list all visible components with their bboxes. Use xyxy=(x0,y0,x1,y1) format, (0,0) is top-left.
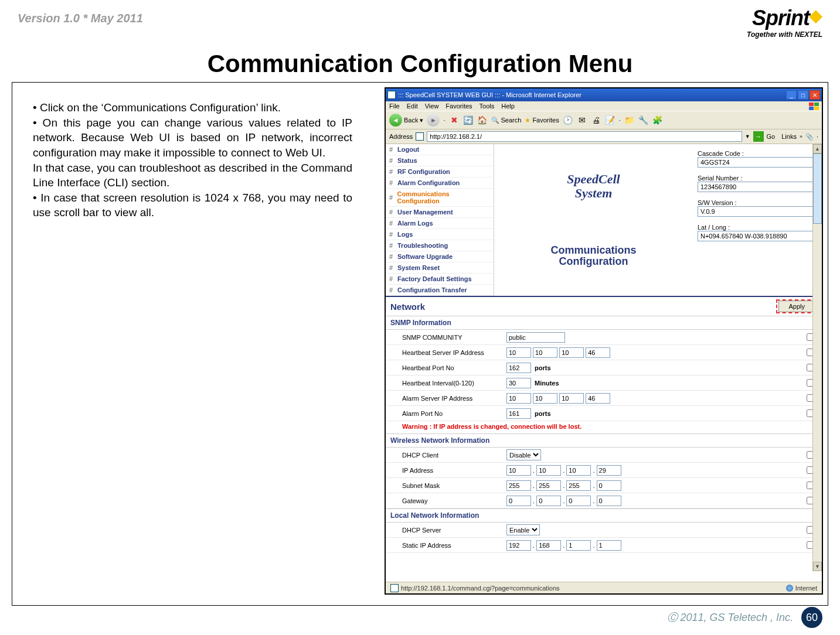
refresh-icon[interactable]: 🔄 xyxy=(463,115,474,125)
page-number: 60 xyxy=(801,607,822,628)
back-button[interactable]: ◄Back ▾ xyxy=(389,114,423,127)
hash-icon: # xyxy=(389,242,397,249)
sidebar-item-label: Configuration Transfer xyxy=(397,286,467,293)
hash-icon: # xyxy=(389,253,397,260)
latlon-input[interactable] xyxy=(698,231,817,241)
subnet-3[interactable] xyxy=(597,480,621,491)
ip-0[interactable] xyxy=(506,465,531,476)
hb-port-label: Heartbeat Port No xyxy=(386,360,503,375)
ie-statusbar: http://192.168.1.1/command.cgi?page=comm… xyxy=(386,582,822,593)
stop-icon[interactable]: ✖ xyxy=(449,115,460,125)
history-icon[interactable]: 🕑 xyxy=(563,115,573,125)
vertical-scrollbar[interactable]: ▲ ▼ xyxy=(812,144,822,571)
search-button[interactable]: 🔍Search xyxy=(491,117,522,124)
scroll-down-button[interactable]: ▼ xyxy=(813,562,822,571)
ie-icon xyxy=(387,91,396,99)
menu-help[interactable]: Help xyxy=(501,103,515,110)
wireless-head: Wireless Network Information xyxy=(386,433,822,448)
alarm-port-label: Alarm Port No xyxy=(386,406,503,421)
sidebar-item-6[interactable]: #Alarm Logs xyxy=(386,218,494,229)
svg-rect-3 xyxy=(814,107,819,110)
mail-icon[interactable]: ✉ xyxy=(577,115,587,125)
sidebar-item-label: RF Configuration xyxy=(397,168,450,175)
sidebar-item-1[interactable]: #Status xyxy=(386,155,494,166)
links-label[interactable]: Links xyxy=(781,133,797,140)
static-ip-1[interactable] xyxy=(536,540,561,551)
menu-favorites[interactable]: Favorites xyxy=(445,103,472,110)
menu-tools[interactable]: Tools xyxy=(479,103,495,110)
max-button[interactable]: □ xyxy=(798,90,808,100)
sidebar-item-3[interactable]: #Alarm Configuration xyxy=(386,177,494,189)
sidebar-item-10[interactable]: #System Reset xyxy=(386,262,494,274)
sidebar-item-label: Communications Configuration xyxy=(397,190,491,204)
favorites-button[interactable]: ★Favorites xyxy=(525,117,559,124)
subnet-1[interactable] xyxy=(536,480,561,491)
sidebar-item-0[interactable]: #Logout xyxy=(386,144,494,155)
address-input[interactable] xyxy=(427,131,742,142)
hb-ip-1[interactable] xyxy=(533,347,557,358)
folder-icon[interactable]: 📁 xyxy=(624,115,635,125)
ie-menubar: File Edit View Favorites Tools Help xyxy=(386,101,822,111)
snag-icon[interactable]: 📎 xyxy=(805,133,814,141)
local-table: DHCP Server Enable Static IP Address . .… xyxy=(386,523,822,553)
alarm-ip-3[interactable] xyxy=(586,393,610,404)
dhcp-client-select[interactable]: Disable xyxy=(506,449,541,460)
go-button[interactable]: → xyxy=(753,131,764,142)
forward-button[interactable]: ► xyxy=(427,114,440,127)
gateway-2[interactable] xyxy=(566,496,591,506)
tool1-icon[interactable]: 🔧 xyxy=(638,115,649,125)
alarm-port-input[interactable] xyxy=(506,408,531,419)
cascade-label: Cascade Code : xyxy=(698,150,817,157)
scroll-up-button[interactable]: ▲ xyxy=(813,144,822,153)
hb-ip-0[interactable] xyxy=(506,347,531,358)
tool2-icon[interactable]: 🧩 xyxy=(652,115,663,125)
sidebar-item-11[interactable]: #Factory Default Settings xyxy=(386,274,494,285)
alarm-ip-1[interactable] xyxy=(533,393,557,404)
close-button[interactable]: ✕ xyxy=(810,90,820,100)
page-icon xyxy=(416,132,424,141)
subnet-0[interactable] xyxy=(506,480,531,491)
ie-toolbar: ◄Back ▾ ► · ✖ 🔄 🏠 🔍Search ★Favorites 🕑 ✉… xyxy=(386,111,822,129)
sidebar-item-4[interactable]: #Communications Configuration xyxy=(386,189,494,207)
apply-button[interactable]: Apply xyxy=(778,301,815,312)
edit-icon[interactable]: 📝 xyxy=(605,115,615,125)
serial-input[interactable] xyxy=(698,182,817,192)
scroll-thumb[interactable] xyxy=(813,153,822,224)
ip-3[interactable] xyxy=(597,465,621,476)
home-icon[interactable]: 🏠 xyxy=(477,115,488,125)
static-ip-3[interactable] xyxy=(597,540,621,551)
alarm-ip-label: Alarm Server IP Address xyxy=(386,391,503,406)
static-ip-2[interactable] xyxy=(566,540,591,551)
hb-port-input[interactable] xyxy=(506,363,531,373)
ip-1[interactable] xyxy=(536,465,561,476)
menu-view[interactable]: View xyxy=(425,103,439,110)
sidebar-item-label: Troubleshooting xyxy=(397,242,448,249)
hb-ip-3[interactable] xyxy=(586,347,610,358)
ip-2[interactable] xyxy=(566,465,591,476)
svg-rect-1 xyxy=(814,103,819,106)
cascade-input[interactable] xyxy=(698,157,817,168)
logo-main: Sprint xyxy=(752,6,810,30)
gateway-1[interactable] xyxy=(536,496,561,506)
dhcp-server-select[interactable]: Enable xyxy=(506,524,540,535)
hb-int-input[interactable] xyxy=(506,378,531,388)
subnet-2[interactable] xyxy=(566,480,591,491)
sidebar-item-8[interactable]: #Troubleshooting xyxy=(386,240,494,251)
sidebar-item-7[interactable]: #Logs xyxy=(386,229,494,240)
alarm-ip-2[interactable] xyxy=(559,393,584,404)
sw-input[interactable] xyxy=(698,206,817,217)
print-icon[interactable]: 🖨 xyxy=(591,115,601,125)
gateway-3[interactable] xyxy=(597,496,621,506)
menu-edit[interactable]: Edit xyxy=(407,103,418,110)
hb-ip-2[interactable] xyxy=(559,347,584,358)
alarm-ip-0[interactable] xyxy=(506,393,531,404)
sidebar-item-5[interactable]: #User Management xyxy=(386,207,494,218)
sidebar-item-12[interactable]: #Configuration Transfer xyxy=(386,285,494,296)
sidebar-item-9[interactable]: #Software Upgrade xyxy=(386,251,494,262)
static-ip-0[interactable] xyxy=(506,540,531,551)
snmp-community-input[interactable] xyxy=(506,332,565,343)
menu-file[interactable]: File xyxy=(389,103,400,110)
min-button[interactable]: _ xyxy=(786,90,797,100)
gateway-0[interactable] xyxy=(506,496,531,506)
sidebar-item-2[interactable]: #RF Configuration xyxy=(386,166,494,177)
